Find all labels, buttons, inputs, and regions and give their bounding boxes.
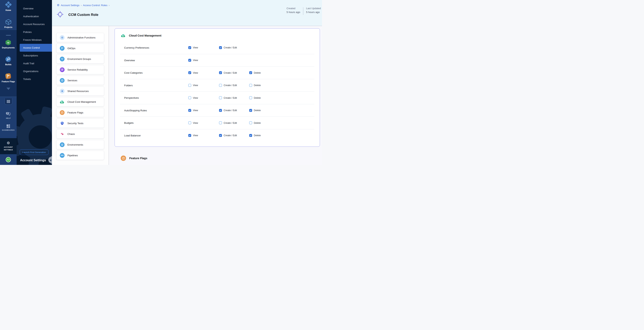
checkbox-folders-create-edit[interactable] [219, 84, 222, 87]
content-area: ⚙Administrative FunctionsGitOpsEnvironme… [52, 26, 322, 165]
resource-card-gitops[interactable]: GitOps [56, 44, 104, 53]
shared-resources-icon: ❖ [60, 89, 64, 94]
feature-flags-section-title: Feature Flags [129, 157, 147, 160]
checkbox-perspectives-create-edit[interactable] [219, 96, 222, 99]
user-avatar[interactable]: CJ [6, 157, 11, 162]
breadcrumb: ⚙ Account Settings › Access Control: Rol… [57, 4, 110, 7]
permission-cell-create-edit: Create / Edit [219, 71, 237, 74]
permission-row-label: Overview [124, 59, 135, 62]
rail-avatar-section: CJ [0, 154, 16, 165]
checkbox-label: Delete [254, 96, 261, 99]
gitops-icon [60, 46, 64, 51]
page-header: ⚙ Account Settings › Access Control: Rol… [52, 0, 322, 26]
sidebar-item-tickets[interactable]: Tickets [16, 75, 52, 83]
permission-row-cost-categories: Cost CategoriesViewCreate / EditDelete [115, 66, 320, 79]
feature-flags-icon [5, 73, 12, 79]
sidebar-item-policies[interactable]: Policies [16, 28, 52, 36]
permission-row-label: Perspectives [124, 96, 139, 99]
permission-cell-view: View [188, 71, 198, 74]
checkbox-folders-delete[interactable] [249, 84, 252, 87]
admin-icon: ⚙ [60, 35, 64, 40]
checkbox-autostopping-rules-delete[interactable] [249, 109, 252, 112]
left-nav-rail: HomeProjects ∞DeploymentsBuildsFeature F… [0, 0, 16, 165]
sidebar-item-freeze-windows[interactable]: Freeze Windows [16, 36, 52, 44]
checkbox-cost-categories-create-edit[interactable] [219, 71, 222, 74]
deployments-icon: ∞ [5, 39, 12, 46]
checkbox-label: View [193, 121, 198, 124]
last-updated-label: Last Updated [306, 7, 321, 10]
checkbox-cost-categories-delete[interactable] [249, 71, 252, 74]
checkbox-cost-categories-view[interactable] [188, 71, 191, 74]
checkbox-budgets-delete[interactable] [249, 121, 252, 124]
rail-item-help[interactable]: ?HELP [6, 112, 11, 119]
resource-card-environment-groups[interactable]: Environment Groups [56, 54, 104, 64]
cloud-cost-management-icon: $ [121, 33, 126, 38]
checkbox-overview-view[interactable] [188, 59, 191, 62]
chevron-down-icon[interactable] [6, 88, 10, 90]
resource-card-chaos[interactable]: Chaos [56, 129, 104, 138]
checkbox-budgets-create-edit[interactable] [219, 121, 222, 124]
checkbox-load-balancer-view[interactable] [188, 134, 191, 137]
checkbox-label: Delete [254, 121, 261, 124]
created-label: Created [286, 7, 295, 10]
rail-item-home[interactable]: Home [5, 1, 12, 11]
rail-account-settings[interactable]: ⚙ ACCOUNT SETTINGS [0, 138, 16, 154]
checkbox-perspectives-view[interactable] [188, 96, 191, 99]
sidebar-item-organizations[interactable]: Organizations [16, 67, 52, 75]
sidebar-item-subscriptions[interactable]: Subscriptions [16, 52, 52, 60]
sidebar-item-account-resources[interactable]: Account Resources [16, 20, 52, 28]
home-icon [5, 1, 12, 8]
breadcrumb-link-access-control-roles[interactable]: Access Control: Roles [83, 4, 107, 7]
breadcrumb-gear-icon: ⚙ [57, 4, 60, 7]
module-picker-button[interactable] [4, 98, 12, 105]
resource-card-feature-flags[interactable]: Feature Flags [56, 108, 104, 117]
permission-cell-delete: Delete [249, 121, 261, 124]
rail-primary-section: HomeProjects [0, 0, 16, 30]
resource-card-services[interactable]: Services [56, 76, 104, 85]
svg-text:∞: ∞ [7, 41, 9, 44]
checkbox-load-balancer-delete[interactable] [249, 134, 252, 137]
checkbox-currency-preferences-view[interactable] [188, 46, 191, 49]
checkbox-label: Create / Edit [224, 96, 237, 99]
checkbox-load-balancer-create-edit[interactable] [219, 134, 222, 137]
checkbox-label: View [193, 134, 198, 137]
resource-card-environments[interactable]: Environments [56, 140, 104, 149]
svg-text:?: ? [7, 112, 8, 114]
resource-card-pipelines[interactable]: Pipelines [56, 151, 104, 160]
rail-item-deployments[interactable]: ∞Deployments [2, 39, 15, 49]
launch-first-generation-button[interactable]: Launch First Generation [20, 149, 48, 155]
permission-row-perspectives: PerspectivesViewCreate / EditDelete [115, 91, 320, 104]
ccm-section-header: $ Cloud Cost Management [121, 33, 162, 38]
permission-cell-delete: Delete [249, 96, 261, 99]
rail-item-projects[interactable]: Projects [4, 19, 12, 28]
checkbox-label: View [193, 46, 198, 49]
rail-item-builds[interactable]: Builds [5, 56, 12, 66]
breadcrumb-link-account-settings[interactable]: Account Settings [61, 4, 80, 7]
resource-card-service-reliability[interactable]: Service Reliability [56, 65, 104, 74]
checkbox-perspectives-delete[interactable] [249, 96, 252, 99]
sidebar-item-audit-trail[interactable]: Audit Trail [16, 60, 52, 67]
checkbox-autostopping-rules-create-edit[interactable] [219, 109, 222, 112]
sidebar-item-authentication[interactable]: Authentication [16, 13, 52, 20]
permission-row-budgets: BudgetsViewCreate / EditDelete [115, 116, 320, 129]
checkbox-autostopping-rules-view[interactable] [188, 109, 191, 112]
resource-card-cloud-cost-management[interactable]: $Cloud Cost Management [56, 97, 104, 106]
rail-item-feature-flags[interactable]: Feature Flags [2, 73, 15, 83]
resource-card-shared-resources[interactable]: ❖Shared Resources [56, 86, 104, 96]
sidebar-item-overview[interactable]: Overview [16, 5, 52, 13]
checkbox-currency-preferences-create-edit[interactable] [219, 46, 222, 49]
checkbox-budgets-view[interactable] [188, 121, 191, 124]
resource-card-administrative-functions[interactable]: ⚙Administrative Functions [56, 33, 104, 42]
resource-card-security-tests[interactable]: Security Tests [56, 119, 104, 128]
title-row: CCM Custom Role [56, 11, 98, 19]
svg-text:$: $ [122, 35, 124, 37]
feature-flags-icon [60, 110, 64, 115]
checkbox-folders-view[interactable] [188, 84, 191, 87]
collapse-panel-button[interactable]: ◀ [48, 156, 52, 164]
permission-row-label: Currency Preferences [124, 46, 149, 49]
checkbox-label: Create / Edit [224, 134, 237, 137]
rail-item-dashboards[interactable]: DASHBOARDS [2, 124, 15, 131]
permission-cell-create-edit: Create / Edit [219, 96, 237, 99]
gear-watermark [16, 106, 52, 165]
sidebar-item-access-control[interactable]: Access Control [20, 44, 52, 52]
